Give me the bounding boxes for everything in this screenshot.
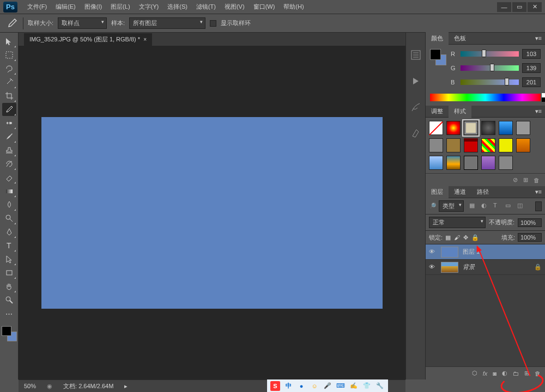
lock-pixels-icon[interactable]: 🖌: [454, 234, 460, 241]
filter-smart-icon[interactable]: ◫: [517, 202, 526, 211]
color-swatches[interactable]: [2, 326, 17, 341]
brush-presets-panel-icon[interactable]: [410, 127, 422, 139]
zoom-tool[interactable]: [2, 293, 16, 307]
visibility-icon[interactable]: 👁: [429, 248, 437, 256]
adjustment-layer-icon[interactable]: ◐: [502, 370, 507, 377]
canvas-viewport[interactable]: [19, 46, 405, 379]
tab-channels[interactable]: 通道: [449, 186, 471, 198]
filter-adjust-icon[interactable]: ◐: [481, 202, 490, 211]
filter-shape-icon[interactable]: ▭: [505, 202, 514, 211]
style-swatch[interactable]: [429, 121, 443, 135]
edit-toolbar-button[interactable]: ⋯: [2, 307, 16, 320]
color-preview[interactable]: [430, 49, 446, 65]
lock-transparent-icon[interactable]: ▦: [445, 234, 451, 241]
brushes-panel-icon[interactable]: [410, 101, 422, 113]
show-ring-checkbox[interactable]: [210, 20, 216, 27]
minimize-button[interactable]: —: [497, 2, 511, 12]
tab-styles[interactable]: 样式: [449, 105, 471, 118]
panel-menu-icon[interactable]: ▾≡: [532, 35, 545, 42]
menu-file[interactable]: 文件(F): [23, 1, 51, 13]
sample-size-dropdown[interactable]: 取样点: [58, 17, 107, 29]
style-swatch[interactable]: [499, 138, 513, 152]
style-swatch[interactable]: [446, 156, 461, 170]
style-swatch[interactable]: [446, 121, 461, 135]
lock-all-icon[interactable]: 🔒: [471, 234, 479, 241]
no-style-icon[interactable]: ⊘: [513, 176, 518, 183]
filter-kind-dropdown[interactable]: 类型: [439, 200, 464, 212]
g-slider[interactable]: [461, 65, 519, 71]
style-swatch[interactable]: [516, 138, 530, 152]
style-swatch[interactable]: [464, 121, 478, 135]
ime-emoji-icon[interactable]: ☺: [310, 381, 319, 391]
layer-mask-icon[interactable]: ◙: [493, 370, 496, 377]
menu-help[interactable]: 帮助(H): [279, 1, 308, 13]
style-swatch[interactable]: [481, 156, 495, 170]
style-swatch[interactable]: [464, 138, 478, 152]
canvas[interactable]: [41, 117, 383, 309]
marquee-tool[interactable]: [2, 48, 16, 62]
ime-lang-icon[interactable]: 中: [283, 381, 293, 391]
style-swatch[interactable]: [481, 138, 495, 152]
stamp-tool[interactable]: [2, 144, 16, 157]
eyedropper-tool[interactable]: [2, 103, 16, 116]
delete-style-icon[interactable]: 🗑: [534, 177, 540, 183]
close-button[interactable]: ✕: [528, 2, 542, 12]
eyedropper-tool-icon[interactable]: [5, 17, 19, 30]
link-layers-icon[interactable]: ⬡: [472, 370, 477, 377]
ime-mic-icon[interactable]: 🎤: [323, 381, 332, 391]
sample-dropdown[interactable]: 所有图层: [129, 17, 205, 29]
filter-pixel-icon[interactable]: ▦: [469, 202, 478, 211]
style-swatch[interactable]: [446, 138, 461, 152]
rectangle-tool[interactable]: [2, 266, 16, 279]
new-layer-icon[interactable]: ⊞: [524, 370, 529, 377]
style-swatch[interactable]: [499, 156, 513, 170]
type-tool[interactable]: T: [2, 239, 16, 252]
layer-thumb[interactable]: [441, 262, 458, 273]
layer-name[interactable]: 图层 1: [463, 248, 480, 256]
style-swatch[interactable]: [516, 121, 530, 135]
menu-edit[interactable]: 编辑(E): [51, 1, 80, 13]
layer-effects-icon[interactable]: fx: [483, 370, 488, 377]
menu-type[interactable]: 文字(Y): [135, 1, 164, 13]
document-tab[interactable]: IMG_3529.JPG @ 50% (图层 1, RGB/8) * ×: [24, 33, 152, 46]
ime-keyboard-icon[interactable]: ⌨: [336, 381, 346, 391]
delete-layer-icon[interactable]: 🗑: [535, 370, 541, 377]
brush-tool[interactable]: [2, 130, 16, 143]
group-icon[interactable]: 🗀: [513, 370, 519, 377]
zoom-level[interactable]: 50%: [24, 383, 36, 389]
menu-select[interactable]: 选择(S): [163, 1, 192, 13]
pen-tool[interactable]: [2, 225, 16, 238]
menu-view[interactable]: 视图(V): [220, 1, 249, 13]
close-tab-icon[interactable]: ×: [143, 36, 147, 42]
b-slider[interactable]: [461, 79, 519, 85]
r-value[interactable]: 103: [522, 49, 541, 59]
move-tool[interactable]: [2, 35, 16, 48]
crop-tool[interactable]: [2, 89, 16, 102]
filter-type-icon[interactable]: T: [493, 202, 502, 211]
healing-brush-tool[interactable]: [2, 117, 16, 130]
filter-toggle[interactable]: [535, 201, 542, 211]
style-swatch[interactable]: [464, 156, 478, 170]
blur-tool[interactable]: [2, 198, 16, 211]
ime-toolbox-icon[interactable]: 🔧: [375, 381, 385, 391]
menu-layer[interactable]: 图层(L): [106, 1, 134, 13]
layer-name[interactable]: 背景: [463, 263, 475, 271]
gradient-tool[interactable]: [2, 185, 16, 198]
layer-thumb[interactable]: [441, 247, 458, 258]
fill-input[interactable]: 100%: [518, 233, 542, 242]
ime-skin-icon[interactable]: 👕: [362, 381, 372, 391]
ime-handwrite-icon[interactable]: ✍: [349, 381, 359, 391]
color-ramp[interactable]: [430, 94, 541, 101]
style-swatch[interactable]: [499, 121, 513, 135]
new-style-icon[interactable]: ⊞: [523, 176, 528, 183]
ime-punct-icon[interactable]: ●: [296, 381, 306, 391]
tab-swatches[interactable]: 色板: [449, 32, 471, 45]
style-swatch[interactable]: [429, 138, 443, 152]
status-doc-icon[interactable]: ◉: [47, 383, 52, 390]
lock-position-icon[interactable]: ✥: [463, 234, 468, 241]
maximize-button[interactable]: ▭: [512, 2, 526, 12]
status-menu-icon[interactable]: ▸: [124, 383, 128, 390]
g-value[interactable]: 139: [522, 63, 541, 73]
b-value[interactable]: 201: [522, 77, 541, 87]
style-swatch[interactable]: [429, 156, 443, 170]
